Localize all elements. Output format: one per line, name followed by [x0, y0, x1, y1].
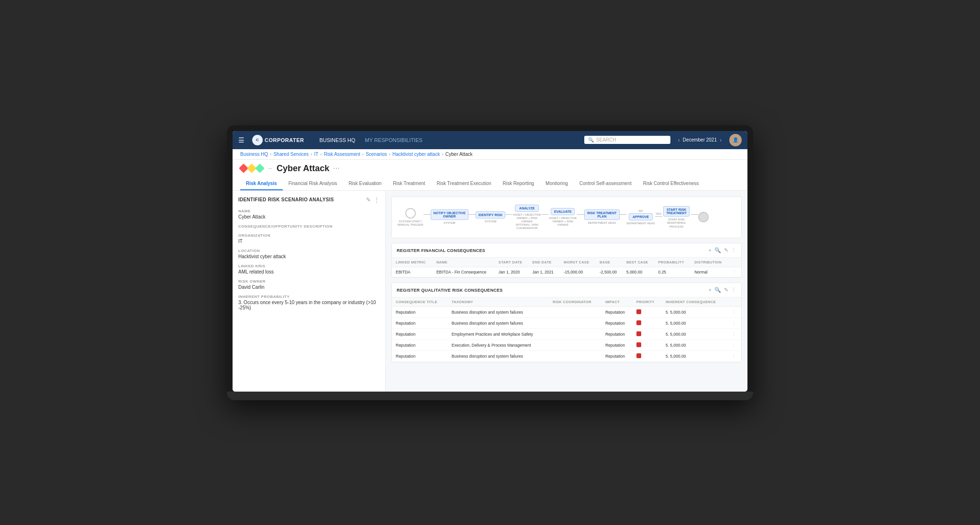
field-owner-label: RISK OWNER: [238, 279, 379, 284]
qualitative-search-icon[interactable]: 🔍: [714, 287, 721, 293]
tab-risk-reporting[interactable]: Risk Reporting: [497, 177, 540, 190]
breadcrumb-shared-services[interactable]: Shared Services: [274, 152, 309, 157]
search-icon: 🔍: [588, 137, 594, 142]
field-prob-label: INHERENT PROBABILITY: [238, 295, 379, 299]
cell-base: -2,500.00: [596, 267, 623, 277]
wf-end-circle: [698, 212, 709, 222]
qual-cell-more-2[interactable]: ⋮: [728, 329, 741, 340]
search-placeholder[interactable]: SEARCH: [596, 137, 616, 142]
cell-name: EBITDA - Fin Consequence: [433, 267, 495, 277]
field-location-label: LOCATION: [238, 249, 379, 253]
qual-cell-impact-0: Reputation: [601, 307, 633, 318]
qual-cell-priority-4: [633, 351, 662, 362]
qual-cell-impact-1: Reputation: [601, 318, 633, 329]
cell-linked-metric: EBITDA: [392, 267, 433, 277]
wf-node-notify: NOTIFY OBJECTIVEOWNER SYSTEM: [431, 209, 468, 225]
wf-connector-5: [577, 214, 584, 215]
qual-cell-inherent-4: 5. 5,000.00: [662, 351, 728, 362]
qual-cell-coordinator-4: [549, 351, 601, 362]
tab-risk-treatment-execution[interactable]: Risk Treatment Execution: [431, 177, 497, 190]
qual-cell-title-2: Reputation: [392, 329, 448, 340]
qual-cell-more-1[interactable]: ⋮: [728, 318, 741, 329]
qualitative-table: CONSEQUENCE TITLE TAXONOMY RISK COORDINA…: [392, 297, 741, 362]
col-worst-case: WORST CASE: [560, 258, 596, 267]
laptop-screen: ☰ C CORPORATER BUSINESS HQ MY RESPONSIBI…: [233, 131, 747, 392]
cell-distribution: Normal: [690, 267, 728, 277]
breadcrumb-risk-assessment[interactable]: Risk Assessment: [324, 152, 360, 157]
tab-control-self-assessment[interactable]: Control Self-assessment: [574, 177, 637, 190]
cell-best-case: 5,000.00: [623, 267, 655, 277]
panel-actions: ✎ ⋮: [366, 197, 379, 203]
qualitative-more-icon[interactable]: ⋮: [731, 287, 736, 293]
tab-risk-analysis[interactable]: Risk Analysis: [240, 177, 283, 190]
date-prev-arrow[interactable]: ‹: [678, 137, 680, 143]
qualitative-add-icon[interactable]: +: [709, 287, 712, 293]
field-name-value: Cyber Attack: [238, 214, 379, 219]
field-org-value: IT: [238, 239, 379, 244]
avatar[interactable]: 👤: [729, 134, 742, 146]
cell-row-more[interactable]: ⋮: [728, 267, 741, 277]
qual-cell-taxonomy-1: Business disruption and system failures: [448, 318, 549, 329]
tab-monitoring[interactable]: Monitoring: [540, 177, 574, 190]
breadcrumb-scenarios[interactable]: Scenarios: [366, 152, 387, 157]
panel-title: IDENTIFIED RISK SCENARIO ANALYSIS: [238, 197, 334, 202]
breadcrumb-hacktivist[interactable]: Hacktivist cyber attack: [392, 152, 440, 157]
field-risk-owner: RISK OWNER David Carlin: [238, 279, 379, 290]
cell-end-date: Jan 1, 2021: [528, 267, 559, 277]
panel-header: IDENTIFIED RISK SCENARIO ANALYSIS ✎ ⋮: [238, 197, 379, 203]
tab-risk-treatment[interactable]: Risk Treatment: [387, 177, 431, 190]
nav-my-responsibilities[interactable]: MY RESPONSIBILITIES: [365, 137, 423, 143]
field-name-label: NAME: [238, 209, 379, 213]
field-org-label: ORGANIZATION: [238, 233, 379, 238]
hamburger-icon[interactable]: ☰: [238, 136, 245, 144]
qual-cell-priority-2: [633, 329, 662, 340]
wf-box-evaluate: EVALUATE: [551, 208, 575, 215]
page-icon-group: [240, 165, 263, 172]
field-location: LOCATION Hacktivist cyber attack: [238, 249, 379, 259]
breadcrumb-business-hq[interactable]: Business HQ: [240, 152, 268, 157]
financial-table-actions: + 🔍 ✎ ⋮: [709, 247, 736, 253]
field-name: NAME Cyber Attack: [238, 209, 379, 219]
field-kris-value: AML related loss: [238, 269, 379, 274]
wf-node-analyze: ANALYZE ASSET / OBJECTIVE OWNER + RISK O…: [512, 205, 541, 230]
qual-cell-more-3[interactable]: ⋮: [728, 340, 741, 351]
col-best-case: BEST CASE: [623, 258, 655, 267]
table-row: Reputation Business disruption and syste…: [392, 307, 741, 318]
priority-red-icon: [636, 342, 641, 347]
priority-red-icon: [636, 320, 641, 325]
panel-edit-icon[interactable]: ✎: [366, 197, 371, 203]
field-location-value: Hacktivist cyber attack: [238, 254, 379, 259]
date-next-arrow[interactable]: ›: [720, 137, 722, 143]
icon-diamond-green: [255, 164, 265, 173]
financial-more-icon[interactable]: ⋮: [731, 247, 736, 253]
qual-col-inherent: INHERENT CONSEQUENCE: [662, 297, 728, 307]
table-row: Reputation Business disruption and syste…: [392, 351, 741, 362]
workflow-diagram: SYSTEM START /MANUAL TRIGGER NOTIFY OBJE…: [398, 203, 735, 232]
qual-cell-priority-0: [633, 307, 662, 318]
financial-edit-icon[interactable]: ✎: [724, 247, 728, 253]
qual-cell-more-0[interactable]: ⋮: [728, 307, 741, 318]
col-actions-empty: [728, 258, 741, 267]
laptop-shell: ☰ C CORPORATER BUSINESS HQ MY RESPONSIBI…: [227, 125, 753, 400]
qualitative-table-actions: + 🔍 ✎ ⋮: [709, 287, 736, 293]
wf-connector-4: [541, 214, 548, 215]
qual-cell-more-4[interactable]: ⋮: [728, 351, 741, 362]
tab-financial-risk-analysis[interactable]: Financial Risk Analysis: [283, 177, 343, 190]
laptop-base: [227, 392, 753, 400]
wf-box-analyze: ANALYZE: [515, 205, 539, 212]
qual-col-impact: IMPACT: [601, 297, 633, 307]
financial-add-icon[interactable]: +: [709, 247, 712, 253]
qualitative-edit-icon[interactable]: ✎: [724, 287, 728, 293]
qual-cell-coordinator-2: [549, 329, 601, 340]
wf-node-start: SYSTEM START /MANUAL TRIGGER: [398, 208, 423, 227]
panel-more-icon[interactable]: ⋮: [374, 197, 379, 203]
tab-risk-control-effectiveness[interactable]: Risk Control Effectiveness: [637, 177, 705, 190]
tab-risk-evaluation[interactable]: Risk Evaluation: [343, 177, 387, 190]
page-more-icon[interactable]: ⋯: [333, 164, 340, 172]
breadcrumb-it[interactable]: IT: [314, 152, 318, 157]
nav-business-hq[interactable]: BUSINESS HQ: [319, 137, 355, 143]
field-inherent-prob: INHERENT PROBABILITY 3. Occurs once ever…: [238, 295, 379, 310]
field-linked-kris: LINKED KRIS AML related loss: [238, 264, 379, 274]
table-row: Reputation Business disruption and syste…: [392, 318, 741, 329]
financial-search-icon[interactable]: 🔍: [714, 247, 721, 253]
